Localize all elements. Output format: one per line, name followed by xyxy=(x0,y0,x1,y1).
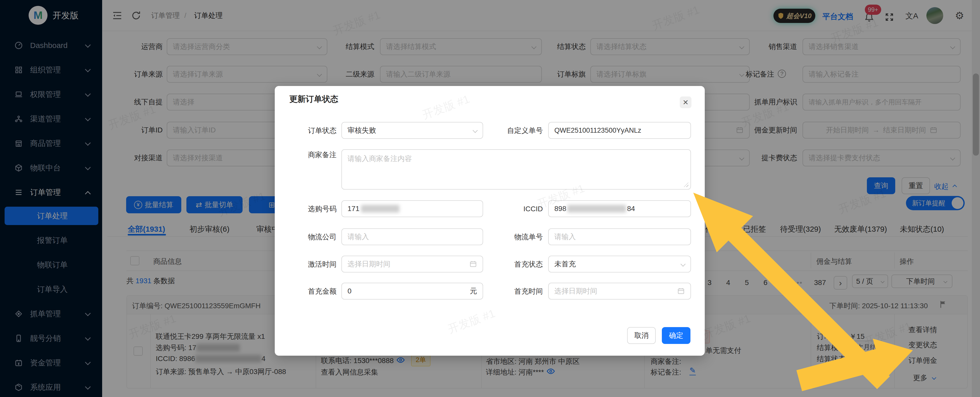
logistics-company-input[interactable]: 请输入 xyxy=(341,229,483,245)
confirm-button[interactable]: 确定 xyxy=(662,327,690,344)
modal-label: 物流公司 xyxy=(280,229,337,245)
cancel-button[interactable]: 取消 xyxy=(627,327,656,344)
modal-label: ICCID xyxy=(487,200,543,218)
modal-label: 首充金额 xyxy=(280,283,337,300)
chevron-down-icon xyxy=(473,128,478,133)
first-charge-time-picker[interactable]: 选择日期时间 xyxy=(548,283,691,300)
modal-label: 商家备注 xyxy=(280,150,337,159)
order-management-page: 订单管理 / 订单处理 超会V10 平台文档 99+ 文A ⚙ xyxy=(0,0,980,397)
chevron-down-icon xyxy=(681,262,686,267)
modal-label: 激活时间 xyxy=(280,256,337,273)
order-status-select[interactable]: 审核失败 xyxy=(341,122,483,139)
modal-label: 首充状态 xyxy=(487,256,543,273)
purchase-number-input[interactable]: 171 xyxy=(341,200,483,217)
merchant-note-textarea[interactable]: 请输入商家备注内容 xyxy=(341,149,691,190)
update-order-status-modal: 更新订单状态 ✕ 订单状态 审核失败 自定义单号 QWE251001123500… xyxy=(275,86,705,356)
blurred-text xyxy=(567,205,626,213)
logistics-number-input[interactable]: 请输入 xyxy=(548,229,691,245)
first-charge-amount-input[interactable]: 0 元 xyxy=(341,283,483,300)
modal-label: 选购号码 xyxy=(280,200,337,218)
iccid-input[interactable]: 898 84 xyxy=(548,200,691,217)
activate-time-picker[interactable]: 选择日期时间 xyxy=(341,256,483,273)
calendar-icon xyxy=(677,287,685,295)
first-charge-status-select[interactable]: 未首充 xyxy=(548,256,691,273)
modal-label: 物流单号 xyxy=(487,229,543,245)
modal-label: 自定义单号 xyxy=(487,122,543,139)
modal-label: 首充时间 xyxy=(487,283,543,300)
modal-label: 订单状态 xyxy=(280,122,337,139)
close-icon[interactable]: ✕ xyxy=(680,97,692,108)
calendar-icon xyxy=(469,260,477,268)
custom-order-no-input[interactable]: QWE251001123500YyANLz xyxy=(548,122,691,139)
blurred-text xyxy=(361,205,399,213)
resize-handle[interactable] xyxy=(684,183,689,187)
modal-title: 更新订单状态 xyxy=(289,94,338,105)
